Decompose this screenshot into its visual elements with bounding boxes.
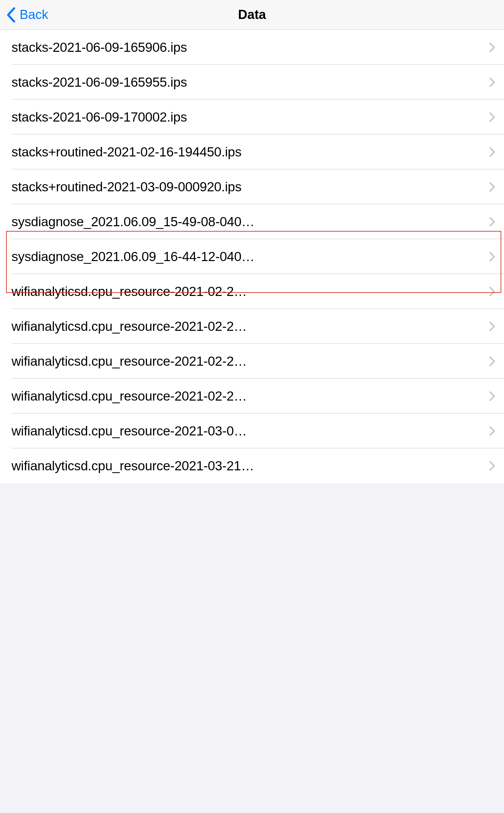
list-item-label: wifianalyticsd.cpu_resource-2021-03-21… <box>12 458 489 473</box>
list-item-label: stacks+routined-2021-03-09-000920.ips <box>12 179 489 194</box>
list-item[interactable]: wifianalyticsd.cpu_resource-2021-02-2… <box>0 344 504 379</box>
navigation-bar: Back Data <box>0 0 504 30</box>
file-list: stacks-2021-06-09-165906.ips stacks-2021… <box>0 30 504 483</box>
chevron-right-icon <box>489 426 495 436</box>
chevron-right-icon <box>489 147 495 157</box>
list-item[interactable]: stacks+routined-2021-02-16-194450.ips <box>0 134 504 169</box>
chevron-right-icon <box>489 252 495 262</box>
list-item-label: stacks-2021-06-09-170002.ips <box>12 110 489 125</box>
list-item-label: wifianalyticsd.cpu_resource-2021-02-2… <box>12 389 489 404</box>
chevron-right-icon <box>489 182 495 192</box>
list-item-label: stacks-2021-06-09-165955.ips <box>12 75 489 90</box>
chevron-right-icon <box>489 461 495 471</box>
chevron-right-icon <box>489 112 495 122</box>
chevron-right-icon <box>489 42 495 52</box>
list-item[interactable]: sysdiagnose_2021.06.09_16-44-12-040… <box>0 239 504 274</box>
chevron-right-icon <box>489 286 495 297</box>
page-title: Data <box>238 7 266 22</box>
list-item[interactable]: wifianalyticsd.cpu_resource-2021-02-2… <box>0 274 504 309</box>
back-label: Back <box>20 7 48 22</box>
list-item-label: wifianalyticsd.cpu_resource-2021-02-2… <box>12 284 489 299</box>
chevron-right-icon <box>489 321 495 331</box>
list-item[interactable]: wifianalyticsd.cpu_resource-2021-02-2… <box>0 379 504 413</box>
chevron-left-icon <box>7 7 16 22</box>
list-item-label: wifianalyticsd.cpu_resource-2021-02-2… <box>12 354 489 369</box>
chevron-right-icon <box>489 217 495 227</box>
list-item[interactable]: sysdiagnose_2021.06.09_15-49-08-040… <box>0 204 504 239</box>
chevron-right-icon <box>489 356 495 366</box>
list-item-label: stacks-2021-06-09-165906.ips <box>12 40 489 55</box>
list-item-label: stacks+routined-2021-02-16-194450.ips <box>12 145 489 159</box>
list-item[interactable]: wifianalyticsd.cpu_resource-2021-03-21… <box>0 448 504 483</box>
list-item[interactable]: wifianalyticsd.cpu_resource-2021-02-2… <box>0 309 504 344</box>
list-item[interactable]: stacks-2021-06-09-165906.ips <box>0 30 504 65</box>
list-item[interactable]: stacks-2021-06-09-170002.ips <box>0 100 504 134</box>
list-item[interactable]: stacks+routined-2021-03-09-000920.ips <box>0 169 504 204</box>
chevron-right-icon <box>489 77 495 87</box>
list-item-label: sysdiagnose_2021.06.09_16-44-12-040… <box>12 249 489 264</box>
back-button[interactable]: Back <box>7 7 48 22</box>
list-item-label: wifianalyticsd.cpu_resource-2021-02-2… <box>12 319 489 334</box>
list-item[interactable]: wifianalyticsd.cpu_resource-2021-03-0… <box>0 413 504 448</box>
list-item-label: sysdiagnose_2021.06.09_15-49-08-040… <box>12 214 489 229</box>
list-item[interactable]: stacks-2021-06-09-165955.ips <box>0 65 504 100</box>
list-item-label: wifianalyticsd.cpu_resource-2021-03-0… <box>12 424 489 438</box>
chevron-right-icon <box>489 391 495 401</box>
